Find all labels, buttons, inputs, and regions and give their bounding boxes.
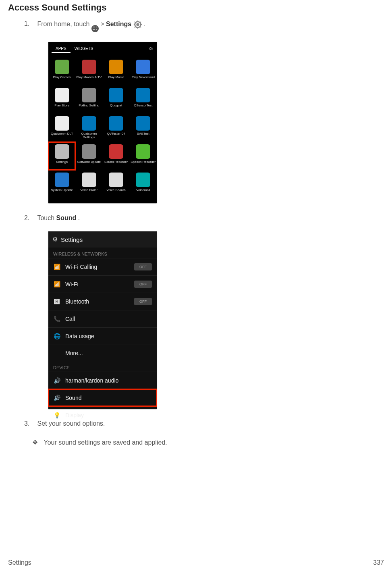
row-label: Sound: [65, 395, 81, 401]
step-3: 3. Set your sound options.: [24, 420, 384, 427]
step-1-text-mid: >: [100, 21, 106, 27]
screenshot-apps: APPS WIDGETS 🛍 Play GamesPlay Movies & T…: [48, 42, 157, 203]
app-qvtester-04[interactable]: QVTester-04: [103, 114, 130, 142]
settings-row-wi-fi[interactable]: 📶Wi-FiOFF: [48, 275, 157, 293]
app-icon: [109, 173, 123, 187]
row-label: Data usage: [65, 333, 94, 339]
app-qlogcat[interactable]: QLogcat: [103, 85, 130, 114]
gear-icon: [133, 20, 142, 29]
app-icon: [109, 144, 123, 159]
app-play-newsstand[interactable]: Play Newsstand: [130, 57, 157, 85]
app-icon: [136, 173, 150, 187]
step-1-num: 1.: [24, 20, 35, 27]
svg-point-0: [136, 23, 139, 26]
row-label: Wi-Fi Calling: [65, 264, 97, 270]
app-label: Sound Recorder: [104, 160, 128, 168]
app-sound-recorder[interactable]: Sound Recorder: [103, 142, 130, 170]
app-voicemail[interactable]: Voicemail: [130, 170, 157, 198]
row-label: harman/kardon audio: [65, 377, 118, 384]
app-icon: [136, 144, 150, 159]
app-label: Settings: [56, 160, 68, 168]
app-icon: [82, 173, 96, 187]
shop-icon[interactable]: 🛍: [149, 46, 153, 51]
step-1-bold: Settings: [106, 21, 131, 27]
toggle[interactable]: OFF: [134, 281, 152, 288]
result-text: Your sound settings are saved and applie…: [44, 439, 167, 446]
app-icon: [55, 88, 69, 102]
app-icon: [82, 116, 96, 131]
app-saetest[interactable]: SAETest: [130, 114, 157, 142]
app-software-update[interactable]: Software update: [75, 142, 102, 170]
settings-row-sound[interactable]: 🔊Sound: [48, 389, 157, 406]
app-icon: [136, 60, 150, 74]
row-label: Wi-Fi: [65, 281, 79, 287]
settings-row-call[interactable]: 📞Call: [48, 310, 157, 327]
app-label: Polling Setting: [79, 104, 99, 111]
category-wireless: WIRELESS & NETWORKS: [48, 248, 157, 258]
app-label: Voicemail: [136, 189, 150, 196]
app-icon: [109, 116, 123, 131]
settings-row-data-usage[interactable]: 🌐Data usage: [48, 327, 157, 345]
app-qsensortest[interactable]: QSensorTest: [130, 85, 157, 114]
app-system-update[interactable]: System Update: [48, 170, 75, 198]
row-label: Call: [65, 316, 75, 322]
app-label: Play Store: [54, 104, 69, 111]
settings-row-wi-fi-calling[interactable]: 📶Wi-Fi CallingOFF: [48, 258, 157, 275]
row-label: More...: [65, 350, 83, 356]
step-2-bold: Sound: [56, 214, 77, 221]
app-icon: [109, 88, 123, 102]
app-label: Software update: [77, 160, 101, 168]
settings-row-harman-kardon-audio[interactable]: 🔊harman/kardon audio: [48, 372, 157, 389]
result-line: ❖ Your sound settings are saved and appl…: [8, 439, 384, 446]
toggle[interactable]: OFF: [134, 263, 152, 270]
app-label: Voice Search: [107, 189, 126, 196]
step-3-text: Set your sound options.: [37, 420, 105, 427]
app-label: Qualcomm Settings: [76, 132, 102, 139]
row-icon: 📶: [53, 263, 60, 270]
toggle[interactable]: OFF: [134, 298, 152, 305]
tab-apps[interactable]: APPS: [52, 45, 71, 52]
row-icon: 🅱: [53, 298, 60, 305]
app-speech-recorder[interactable]: Speech Recorder: [130, 142, 157, 170]
app-play-movies-tv[interactable]: Play Movies & TV: [75, 57, 102, 85]
app-qualcomm-dlt[interactable]: Qualcomm DLT: [48, 114, 75, 142]
step-2: 2. Touch Sound . ⚙ Settings WIRELESS & N…: [24, 214, 384, 409]
settings-row-bluetooth[interactable]: 🅱BluetoothOFF: [48, 293, 157, 310]
app-play-music[interactable]: Play Music: [103, 57, 130, 85]
step-3-num: 3.: [24, 420, 35, 427]
app-qualcomm-settings[interactable]: Qualcomm Settings: [75, 114, 102, 142]
footer-page-number: 337: [373, 559, 384, 566]
app-voice-search[interactable]: Voice Search: [103, 170, 130, 198]
app-voice-dialer[interactable]: Voice Dialer: [75, 170, 102, 198]
step-2-text-pre: Touch: [37, 214, 56, 221]
app-icon: [55, 144, 69, 159]
app-label: QSensorTest: [134, 104, 152, 111]
settings-title: Settings: [61, 236, 83, 243]
app-settings[interactable]: Settings: [48, 142, 75, 170]
step-2-text-post: .: [78, 214, 80, 221]
row-icon: 💡: [53, 412, 60, 419]
settings-row-more-[interactable]: More...: [48, 345, 157, 361]
page-heading: Access Sound Settings: [8, 2, 384, 13]
gear-icon: ⚙: [52, 236, 58, 243]
row-label: Bluetooth: [65, 298, 89, 305]
app-icon: [82, 60, 96, 74]
app-play-store[interactable]: Play Store: [48, 85, 75, 114]
apps-icon: [91, 25, 99, 32]
app-play-games[interactable]: Play Games: [48, 57, 75, 85]
app-label: Voice Dialer: [81, 189, 98, 196]
screenshot-settings: ⚙ Settings WIRELESS & NETWORKS 📶Wi-Fi Ca…: [48, 231, 157, 409]
app-label: QLogcat: [110, 104, 122, 111]
app-icon: [55, 116, 69, 131]
app-icon: [136, 88, 150, 102]
step-1-text-pre: From home, touch: [37, 21, 91, 27]
app-label: SAETest: [137, 132, 149, 139]
app-icon: [82, 88, 96, 102]
app-icon: [82, 144, 96, 159]
app-icon: [55, 173, 69, 187]
app-polling-setting[interactable]: Polling Setting: [75, 85, 102, 114]
row-icon: 🔊: [53, 394, 60, 401]
footer-left: Settings: [8, 559, 31, 566]
category-device: DEVICE: [48, 361, 157, 372]
tab-widgets[interactable]: WIDGETS: [71, 45, 97, 52]
